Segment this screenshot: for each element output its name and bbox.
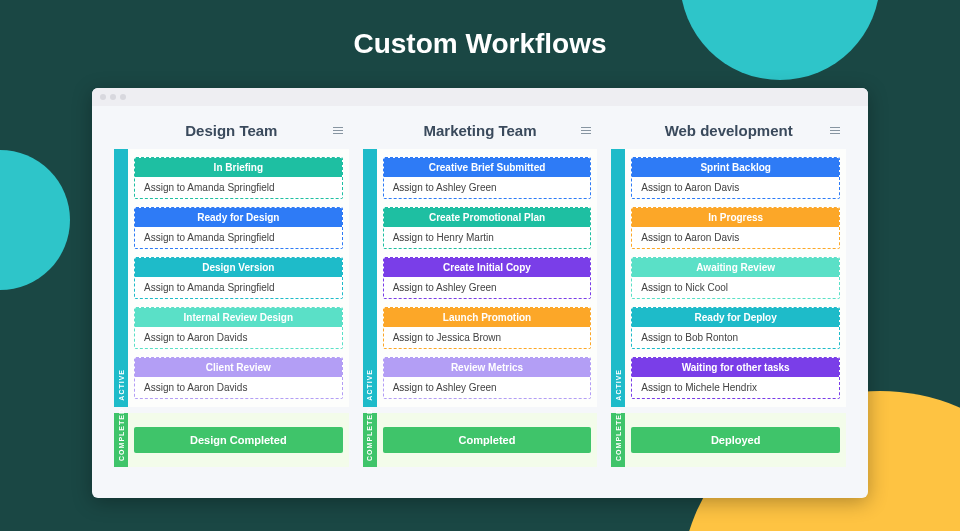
page-title: Custom Workflows <box>0 0 960 60</box>
column-header: Design Team <box>114 116 349 149</box>
completed-section: COMPLETEDDesign Completed <box>114 413 349 467</box>
bg-decor <box>0 150 70 290</box>
workflow-card[interactable]: Creative Brief SubmittedAssign to Ashley… <box>383 157 592 199</box>
workflow-card[interactable]: In BriefingAssign to Amanda Springfield <box>134 157 343 199</box>
workflow-board: Design TeamACTIVEIn BriefingAssign to Am… <box>92 106 868 498</box>
workflow-card[interactable]: Create Promotional PlanAssign to Henry M… <box>383 207 592 249</box>
card-title: Create Promotional Plan <box>384 208 591 227</box>
card-title: In Progress <box>632 208 839 227</box>
workflow-card[interactable]: Awaiting ReviewAssign to Nick Cool <box>631 257 840 299</box>
column-menu-icon[interactable] <box>581 127 591 134</box>
card-assignee: Assign to Bob Ronton <box>632 327 839 348</box>
active-section: ACTIVEIn BriefingAssign to Amanda Spring… <box>114 149 349 407</box>
card-assignee: Assign to Michele Hendrix <box>632 377 839 398</box>
card-title: Design Version <box>135 258 342 277</box>
card-title: Awaiting Review <box>632 258 839 277</box>
workflow-column: Design TeamACTIVEIn BriefingAssign to Am… <box>114 116 349 484</box>
completed-section: COMPLETEDCompleted <box>363 413 598 467</box>
card-assignee: Assign to Aaron Davids <box>135 377 342 398</box>
card-title: Creative Brief Submitted <box>384 158 591 177</box>
card-title: Internal Review Design <box>135 308 342 327</box>
card-assignee: Assign to Aaron Davis <box>632 177 839 198</box>
card-title: Review Metrics <box>384 358 591 377</box>
workflow-card[interactable]: Launch PromotionAssign to Jessica Brown <box>383 307 592 349</box>
active-section: ACTIVESprint BacklogAssign to Aaron Davi… <box>611 149 846 407</box>
card-title: In Briefing <box>135 158 342 177</box>
card-title: Ready for Deploy <box>632 308 839 327</box>
workflow-card[interactable]: In ProgressAssign to Aaron Davis <box>631 207 840 249</box>
active-section: ACTIVECreative Brief SubmittedAssign to … <box>363 149 598 407</box>
card-assignee: Assign to Amanda Springfield <box>135 277 342 298</box>
section-label-completed: COMPLETED <box>363 413 377 467</box>
traffic-light-icon <box>100 94 106 100</box>
card-assignee: Assign to Amanda Springfield <box>135 177 342 198</box>
traffic-light-icon <box>110 94 116 100</box>
workflow-card[interactable]: Review MetricsAssign to Ashley Green <box>383 357 592 399</box>
section-label-active: ACTIVE <box>363 149 377 407</box>
workflow-column: Web developmentACTIVESprint BacklogAssig… <box>611 116 846 484</box>
column-title: Web development <box>665 122 793 139</box>
card-title: Ready for Design <box>135 208 342 227</box>
card-assignee: Assign to Nick Cool <box>632 277 839 298</box>
card-assignee: Assign to Ashley Green <box>384 377 591 398</box>
workflow-card[interactable]: Design VersionAssign to Amanda Springfie… <box>134 257 343 299</box>
workflow-card[interactable]: Waiting for other tasksAssign to Michele… <box>631 357 840 399</box>
workflow-card[interactable]: Sprint BacklogAssign to Aaron Davis <box>631 157 840 199</box>
card-assignee: Assign to Aaron Davis <box>632 227 839 248</box>
workflow-card[interactable]: Ready for DesignAssign to Amanda Springf… <box>134 207 343 249</box>
card-assignee: Assign to Amanda Springfield <box>135 227 342 248</box>
column-header: Marketing Team <box>363 116 598 149</box>
card-assignee: Assign to Henry Martin <box>384 227 591 248</box>
column-menu-icon[interactable] <box>830 127 840 134</box>
card-title: Client Review <box>135 358 342 377</box>
workflow-card[interactable]: Ready for DeployAssign to Bob Ronton <box>631 307 840 349</box>
traffic-light-icon <box>120 94 126 100</box>
completed-section: COMPLETEDDeployed <box>611 413 846 467</box>
section-label-completed: COMPLETED <box>114 413 128 467</box>
column-title: Design Team <box>185 122 277 139</box>
workflow-card[interactable]: Create Initial CopyAssign to Ashley Gree… <box>383 257 592 299</box>
workflow-column: Marketing TeamACTIVECreative Brief Submi… <box>363 116 598 484</box>
card-assignee: Assign to Ashley Green <box>384 177 591 198</box>
app-window: Design TeamACTIVEIn BriefingAssign to Am… <box>92 88 868 498</box>
card-title: Waiting for other tasks <box>632 358 839 377</box>
workflow-card[interactable]: Internal Review DesignAssign to Aaron Da… <box>134 307 343 349</box>
section-label-active: ACTIVE <box>611 149 625 407</box>
section-label-completed: COMPLETED <box>611 413 625 467</box>
column-menu-icon[interactable] <box>333 127 343 134</box>
completed-pill[interactable]: Completed <box>383 427 592 453</box>
card-title: Launch Promotion <box>384 308 591 327</box>
card-assignee: Assign to Jessica Brown <box>384 327 591 348</box>
column-header: Web development <box>611 116 846 149</box>
section-label-active: ACTIVE <box>114 149 128 407</box>
card-title: Create Initial Copy <box>384 258 591 277</box>
column-title: Marketing Team <box>423 122 536 139</box>
window-titlebar <box>92 88 868 106</box>
card-assignee: Assign to Aaron Davids <box>135 327 342 348</box>
workflow-card[interactable]: Client ReviewAssign to Aaron Davids <box>134 357 343 399</box>
card-title: Sprint Backlog <box>632 158 839 177</box>
card-assignee: Assign to Ashley Green <box>384 277 591 298</box>
completed-pill[interactable]: Deployed <box>631 427 840 453</box>
completed-pill[interactable]: Design Completed <box>134 427 343 453</box>
